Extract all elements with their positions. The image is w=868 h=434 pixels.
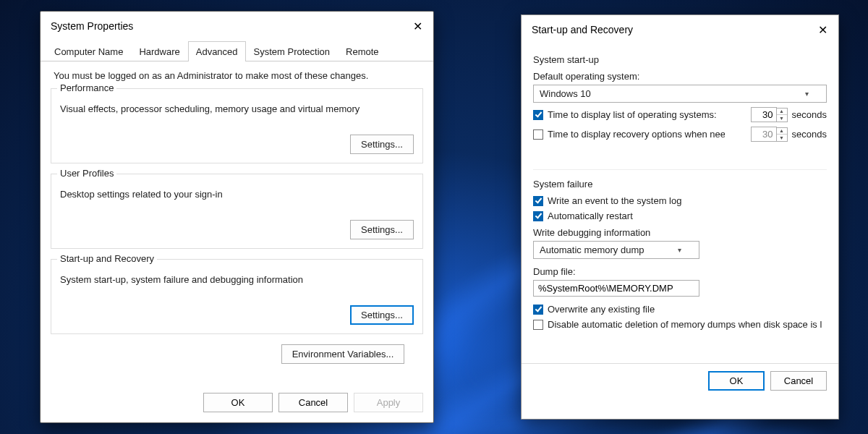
group-system-startup: System start-up Default operating system…: [533, 54, 827, 156]
startup-recovery-dialog: Start-up and Recovery ✕ System start-up …: [521, 14, 839, 420]
dialog-footer: OK Cancel: [522, 363, 838, 401]
tab-remote[interactable]: Remote: [338, 41, 387, 61]
admin-instruction: You must be logged on as an Administrato…: [54, 70, 423, 81]
default-os-value: Windows 10: [540, 88, 591, 99]
group-title: Start-up and Recovery: [57, 253, 157, 264]
overwrite-checkbox[interactable]: [533, 305, 543, 315]
default-os-select[interactable]: Windows 10 ▾: [533, 85, 827, 103]
user-profiles-settings-button[interactable]: Settings...: [350, 220, 414, 239]
group-startup-recovery: Start-up and Recovery System start-up, s…: [51, 259, 423, 334]
dump-file-label: Dump file:: [533, 266, 827, 277]
performance-settings-button[interactable]: Settings...: [350, 135, 414, 154]
seconds-label: seconds: [792, 109, 827, 120]
chevron-up-icon: ▲: [777, 128, 787, 135]
dialog-title: Start-up and Recovery: [532, 24, 633, 35]
group-title: System start-up: [533, 54, 827, 65]
seconds-label: seconds: [792, 129, 827, 140]
group-system-failure: System failure Write an event to the sys…: [533, 169, 827, 344]
time-recovery-checkbox[interactable]: [533, 129, 543, 140]
apply-button: Apply: [354, 393, 423, 412]
auto-restart-checkbox[interactable]: [533, 211, 543, 221]
close-icon[interactable]: ✕: [409, 17, 426, 35]
tabstrip: Computer Name Hardware Advanced System P…: [41, 41, 433, 61]
panel-advanced: You must be logged on as an Administrato…: [41, 61, 433, 380]
group-desc: System start-up, system failure and debu…: [60, 274, 414, 285]
group-desc: Visual effects, processor scheduling, me…: [60, 103, 414, 114]
debug-info-label: Write debugging information: [533, 227, 827, 238]
spinner: ▲▼: [777, 127, 788, 142]
group-title: User Profiles: [57, 168, 116, 179]
default-os-label: Default operating system:: [533, 71, 827, 82]
chevron-down-icon: ▾: [678, 246, 681, 254]
cancel-button[interactable]: Cancel: [278, 393, 348, 412]
time-list-label: Time to display list of operating system…: [548, 109, 717, 120]
write-event-checkbox[interactable]: [533, 196, 543, 206]
tab-hardware[interactable]: Hardware: [131, 41, 187, 61]
group-user-profiles: User Profiles Desktop settings related t…: [51, 174, 423, 249]
titlebar: System Properties ✕: [41, 12, 433, 41]
debug-info-select[interactable]: Automatic memory dump ▾: [533, 241, 699, 259]
overwrite-label: Overwrite any existing file: [548, 304, 655, 315]
dump-file-input[interactable]: [533, 280, 699, 297]
debug-info-value: Automatic memory dump: [540, 244, 644, 255]
environment-variables-button[interactable]: Environment Variables...: [281, 344, 404, 364]
time-list-checkbox[interactable]: [533, 110, 543, 120]
group-desc: Desktop settings related to your sign-in: [60, 189, 414, 200]
chevron-down-icon[interactable]: ▼: [777, 115, 787, 122]
write-event-label: Write an event to the system log: [548, 195, 681, 206]
cancel-button[interactable]: Cancel: [770, 371, 827, 391]
disable-auto-delete-label: Disable automatic deletion of memory dum…: [548, 319, 822, 330]
group-performance: Performance Visual effects, processor sc…: [51, 88, 423, 163]
tab-system-protection[interactable]: System Protection: [246, 41, 339, 61]
time-list-input[interactable]: [751, 107, 777, 122]
group-title: System failure: [533, 179, 827, 190]
tab-computer-name[interactable]: Computer Name: [46, 41, 131, 61]
startup-recovery-settings-button[interactable]: Settings...: [350, 305, 414, 325]
time-recovery-input: [751, 127, 777, 142]
tab-advanced[interactable]: Advanced: [188, 41, 246, 61]
close-icon[interactable]: ✕: [814, 21, 831, 38]
chevron-up-icon[interactable]: ▲: [777, 109, 787, 115]
disable-auto-delete-checkbox[interactable]: [533, 320, 543, 330]
time-recovery-label: Time to display recovery options when ne…: [548, 129, 725, 140]
dialog-footer: OK Cancel Apply: [41, 380, 433, 422]
dialog-body: System start-up Default operating system…: [522, 44, 838, 363]
ok-button[interactable]: OK: [203, 393, 273, 412]
system-properties-dialog: System Properties ✕ Computer Name Hardwa…: [40, 11, 434, 423]
spinner[interactable]: ▲▼: [777, 108, 788, 122]
group-title: Performance: [57, 82, 116, 93]
titlebar: Start-up and Recovery ✕: [522, 15, 838, 44]
ok-button[interactable]: OK: [708, 371, 765, 391]
chevron-down-icon: ▼: [777, 135, 787, 141]
dialog-title: System Properties: [51, 20, 133, 32]
auto-restart-label: Automatically restart: [548, 210, 633, 221]
chevron-down-icon: ▾: [805, 90, 809, 98]
